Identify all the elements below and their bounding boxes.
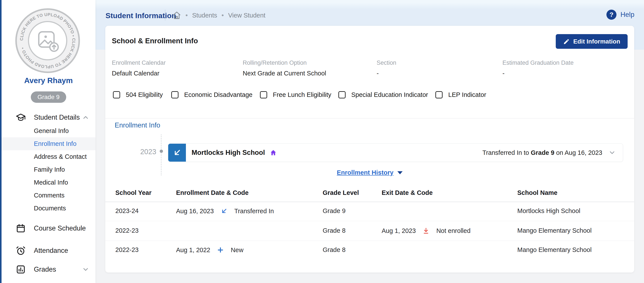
sidebar-item-general-info[interactable]: General Info [2,124,96,137]
home-school-icon [270,149,277,156]
current-enrollment-card[interactable]: Mortlocks High School Transferred In to … [168,143,623,162]
checkbox-lep-indicator[interactable]: LEP Indicator [436,91,486,98]
grade-level: Grade 8 [323,227,346,234]
home-icon[interactable] [172,11,181,20]
sidebar-item-medical-info[interactable]: Medical Info [2,176,96,189]
sidebar-item-label: Attendance [34,247,89,254]
grade-badge: Grade 9 [31,91,66,103]
enrollment-history-link[interactable]: Enrollment History [337,169,394,176]
column-header-school-year: School Year [115,189,152,196]
sidebar-item-enrollment-info[interactable]: Enrollment Info [2,137,96,150]
sidebar: CLICK HERE TO UPLOAD PHOTO • CLICK HERE … [2,0,96,283]
enroll-code: New [231,246,243,254]
field-value: Default Calendar [112,70,166,77]
timeline-dot [160,150,163,153]
calendar-icon [16,223,26,233]
sidebar-item-label: Enrollment Info [34,140,76,147]
chevron-up-icon[interactable] [82,114,89,121]
bar-chart-icon [16,264,26,274]
edit-information-button[interactable]: Edit Information [556,34,628,49]
field-label: Section [376,60,396,66]
sidebar-item-student-details[interactable]: Student Details [2,110,96,124]
sidebar-item-comments[interactable]: Comments [2,189,96,202]
sidebar-item-label: Course Schedule [34,224,89,232]
cell-school-name: Mango Elementary School [517,227,592,234]
school-enrollment-panel: School & Enrollment Info Edit Informatio… [105,26,634,272]
column-header-grade-level: Grade Level [323,189,359,196]
photo-upload-widget[interactable]: CLICK HERE TO UPLOAD PHOTO • CLICK HERE … [15,8,80,73]
cell-grade-level: Grade 8 [323,246,346,253]
enrollment-history-row: Enrollment History [105,169,634,176]
edit-information-label: Edit Information [573,38,620,45]
sidebar-item-grades[interactable]: Grades [2,262,96,276]
enrolled-school-name: Mortlocks High School [192,149,265,157]
sidebar-item-label: Comments [34,192,64,199]
checkbox-special-education-indicator[interactable]: Special Education Indicator [338,91,428,98]
enroll-date: Aug 1, 2022 [176,246,210,254]
sidebar-item-label: Documents [34,205,66,212]
field-value: - [376,70,396,77]
sidebar-item-label: Family Info [34,166,65,173]
enroll-date: Aug 16, 2023 [176,207,214,215]
enroll-code: Transferred In [234,207,274,215]
cell-grade-level: Grade 8 [323,227,346,234]
checkbox[interactable] [436,91,442,98]
exit-code: Not enrolled [436,227,470,234]
checkbox-label: 504 Eligibility [126,91,163,98]
checkbox[interactable] [171,91,178,98]
sidebar-item-label: Student Details [34,114,82,121]
timeline-year: 2023 [140,148,156,156]
help-icon[interactable]: ? [606,10,616,20]
graduation-cap-icon [16,112,26,122]
checkbox-free-lunch-eligibility[interactable]: Free Lunch Eligibility [260,91,332,98]
panel-title: School & Enrollment Info [112,37,198,45]
not-enrolled-icon [422,227,430,234]
school-name: Mango Elementary School [517,246,592,253]
photo-placeholder [28,21,67,60]
enrollment-status-text: Transferred In to Grade 9 on Aug 16, 202… [482,149,602,156]
field-value: Next Grade at Current School [243,70,326,77]
field-enrollment-calendar: Enrollment Calendar Default Calendar [112,60,166,77]
checkbox-economic-disadvantage[interactable]: Economic Disadvantage [171,91,252,98]
status-date: Aug 16, 2023 [564,149,602,156]
table-row-divider [105,240,634,241]
checkbox[interactable] [338,91,346,98]
help-label: Help [620,11,634,19]
sidebar-item-course-schedule[interactable]: Course Schedule [2,221,96,235]
field-label: Estimated Graduation Date [502,60,574,66]
breadcrumb-view-student: View Student [228,12,266,19]
checkbox[interactable] [260,91,267,98]
cell-school-year: 2022-23 [115,246,138,253]
sidebar-item-documents[interactable]: Documents [2,202,96,215]
caret-down-icon[interactable] [397,171,402,174]
checkbox-label: LEP Indicator [448,91,486,98]
table-header-divider [105,202,634,202]
breadcrumb: • Students • View Student [172,11,266,20]
sidebar-item-attendance[interactable]: Attendance [2,244,96,258]
plus-icon [217,246,224,254]
column-header-school-name: School Name [517,189,558,196]
checkbox-504-eligibility[interactable]: 504 Eligibility [113,91,163,98]
sidebar-item-family-info[interactable]: Family Info [2,163,96,176]
cell-school-name: Mortlocks High School [517,207,580,214]
chevron-down-icon[interactable] [82,266,89,273]
grade-level: Grade 9 [323,207,346,214]
sidebar-item-address-contact[interactable]: Address & Contact [2,150,96,163]
status-middle: on [556,149,563,156]
school-name: Mortlocks High School [517,207,580,214]
help-button[interactable]: ? Help [606,10,634,20]
field-estimated-graduation-date: Estimated Graduation Date - [502,60,574,77]
checkbox[interactable] [113,91,120,98]
breadcrumb-students[interactable]: Students [192,12,217,19]
chevron-down-icon[interactable] [608,149,616,156]
cell-school-year: 2022-23 [115,227,138,234]
checkbox-label: Economic Disadvantage [184,91,252,98]
table-row: 2023-24 [115,207,138,214]
field-label: Rolling/Retention Option [243,60,326,66]
upload-photo-icon [36,29,60,53]
status-grade: Grade 9 [531,149,554,156]
cell-exit-date-code: Aug 1, 2023 Not enrolled [382,227,470,234]
status-prefix: Transferred In to [482,149,529,156]
field-value: - [502,70,574,77]
page-title: Student Information [106,11,176,20]
